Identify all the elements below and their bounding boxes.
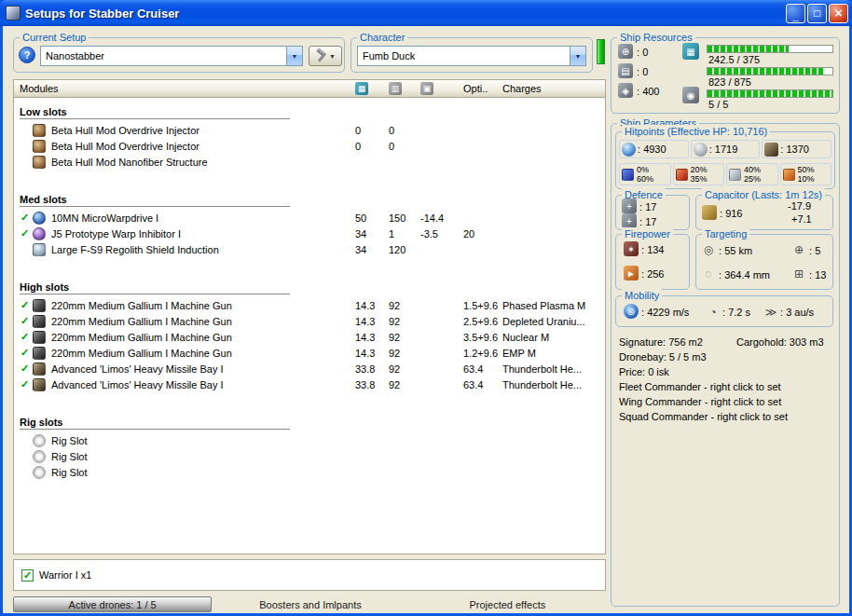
powergrid-column-icon: ▥ (389, 82, 402, 95)
module-powergrid-value: 92 (389, 348, 420, 359)
modules-panel: Modules ▦ ▥ ▣ Opti.. Charges Low slotsBe… (13, 79, 606, 554)
help-button[interactable]: ? (19, 47, 35, 63)
capacitor-column-icon: ▣ (420, 82, 433, 95)
close-button[interactable]: × (829, 4, 848, 23)
drone-checkbox[interactable]: ✓ (21, 569, 34, 582)
scan-resolution-icon: ◌ (701, 267, 716, 281)
module-icon-cell (33, 124, 51, 137)
module-row[interactable]: Rig Slot (14, 432, 605, 448)
module-section-header: High slots (20, 281, 290, 294)
module-row[interactable]: ✓220mm Medium Gallium I Machine Gun14.39… (14, 313, 605, 329)
cpu-icon: ▦ (682, 43, 699, 60)
cpu-usage-bar (707, 45, 833, 53)
module-name: 10MN MicroWarpdrive I (51, 212, 355, 224)
module-icon-cell (33, 227, 51, 240)
armor-hp-value: 1719 (709, 144, 738, 155)
explosive-resist-icon (783, 169, 795, 181)
module-row[interactable]: Rig Slot (14, 464, 605, 480)
scan-resolution-value: 364.4 mm (719, 269, 770, 281)
sensor-strength-value: 13 (809, 269, 826, 281)
align-time-value: 7.2 s (722, 307, 750, 318)
setup-combobox-value: Nanostabber (41, 47, 286, 65)
sensor-strength-icon: ⊞ (791, 267, 806, 281)
tab-active-drones[interactable]: Active drones: 1 / 5 (13, 596, 212, 612)
module-row[interactable]: ✓10MN MicroWarpdrive I50150-14.4 (14, 210, 605, 226)
tab-projected-effects[interactable]: Projected effects (409, 596, 606, 612)
modules-header: Modules ▦ ▥ ▣ Opti.. Charges (14, 80, 605, 98)
module-cpu-value: 0 (355, 125, 389, 136)
module-row[interactable]: ✓220mm Medium Gallium I Machine Gun14.39… (14, 297, 605, 313)
module-icon-cell (33, 212, 51, 225)
maximize-button[interactable]: □ (807, 4, 827, 23)
mwd-module-icon (33, 212, 46, 225)
thermal-resist-icon (676, 169, 688, 181)
module-name: Advanced 'Limos' Heavy Missile Bay I (51, 379, 355, 390)
module-row[interactable]: ✓220mm Medium Gallium I Machine Gun14.39… (14, 329, 605, 345)
module-row[interactable]: ✓Advanced 'Limos' Heavy Missile Bay I33.… (14, 361, 605, 376)
module-optimal-value: 63.4 (463, 379, 502, 390)
module-powergrid-value: 92 (389, 363, 420, 375)
tools-dropdown-arrow-icon: ▼ (329, 53, 336, 60)
module-name: 220mm Medium Gallium I Machine Gun (51, 316, 355, 327)
active-check-icon: ✓ (18, 299, 33, 311)
thermal-shield-resist: 20% (691, 165, 708, 174)
explosive-resist-cell: 50% 10% (780, 163, 832, 185)
setup-combobox[interactable]: Nanostabber ▼ (40, 46, 303, 66)
drones-panel: ✓ Warrior I x1 (13, 559, 606, 591)
shield-recharge-value: 17 (639, 201, 656, 212)
minimize-button[interactable]: _ (786, 4, 805, 23)
opti-column-header: Opti.. (463, 83, 502, 94)
squad-commander-text[interactable]: Squad Commander - right click to set (619, 411, 835, 426)
module-powergrid-value: 0 (389, 125, 420, 136)
module-row[interactable]: Beta Hull Mod Overdrive Injector00 (14, 122, 605, 138)
module-powergrid-value: 1 (389, 228, 420, 240)
module-row[interactable]: Large F-S9 Regolith Shield Induction3412… (14, 241, 605, 257)
module-name: Beta Hull Mod Overdrive Injector (51, 141, 355, 152)
dps-icon: ► (624, 266, 639, 281)
module-row[interactable]: ✓220mm Medium Gallium I Machine Gun14.39… (14, 345, 605, 361)
firepower-label: Firepower (622, 227, 673, 240)
capacitor-label: Capacitor (Lasts: 1m 12s) (702, 188, 825, 201)
gun-module-icon (33, 331, 46, 344)
capacitor-drain: -17.9 (788, 200, 811, 212)
character-skills-indicator (597, 39, 605, 64)
character-dropdown-arrow-icon[interactable]: ▼ (570, 47, 585, 65)
module-icon-cell (33, 434, 51, 447)
calibration-value: 400 (637, 86, 659, 97)
setup-dropdown-arrow-icon[interactable]: ▼ (286, 47, 302, 65)
titlebar[interactable]: Setups for Stabber Cruiser _ □ × (0, 0, 852, 26)
module-powergrid-value: 92 (389, 300, 420, 311)
module-icon-cell (33, 450, 51, 463)
armor-repair-icon: + (622, 213, 637, 228)
module-powergrid-value: 92 (389, 332, 420, 343)
module-row[interactable]: ✓J5 Prototype Warp Inhibitor I341-3.520 (14, 226, 605, 241)
character-combobox[interactable]: Fumb Duck ▼ (357, 46, 586, 66)
drone-bay-icon: ◉ (682, 87, 699, 103)
module-row[interactable]: Beta Hull Mod Overdrive Injector00 (14, 138, 605, 154)
capacitor-group: Capacitor (Lasts: 1m 12s) 916 -17.9 +7.1 (695, 195, 833, 230)
shield-module-icon (33, 243, 46, 256)
max-velocity-icon: ⊛ (624, 304, 639, 319)
module-row[interactable]: Rig Slot (14, 448, 605, 464)
module-charge-name: Phased Plasma M (502, 300, 601, 311)
tab-boosters-implants[interactable]: Boosters and Imlpants (212, 596, 408, 612)
module-icon-cell (33, 140, 51, 153)
module-name: 220mm Medium Gallium I Machine Gun (51, 300, 355, 311)
module-row[interactable]: ✓Advanced 'Limos' Heavy Missile Bay I33.… (14, 376, 605, 392)
module-cpu-value: 14.3 (355, 300, 389, 311)
tools-button[interactable]: ▼ (309, 46, 342, 66)
module-row[interactable]: Beta Hull Mod Nanofiber Structure (14, 154, 605, 170)
drone-item-label: Warrior I x1 (39, 569, 91, 581)
module-name: Rig Slot (51, 435, 355, 446)
missile-module-icon (33, 378, 46, 391)
module-powergrid-value: 150 (389, 212, 420, 224)
powergrid-usage-text: 823 / 875 (708, 76, 751, 88)
wing-commander-text[interactable]: Wing Commander - right click to set (619, 396, 835, 411)
module-name: Rig Slot (51, 451, 355, 462)
shield-hp-cell: 4930 (619, 140, 689, 158)
fleet-commander-text[interactable]: Fleet Commander - right click to set (619, 381, 835, 396)
capacitor-recharge: +7.1 (791, 213, 812, 225)
targeting-range-icon: ◎ (701, 242, 716, 257)
rig-module-icon (33, 466, 46, 479)
module-cpu-value: 14.3 (355, 348, 389, 359)
